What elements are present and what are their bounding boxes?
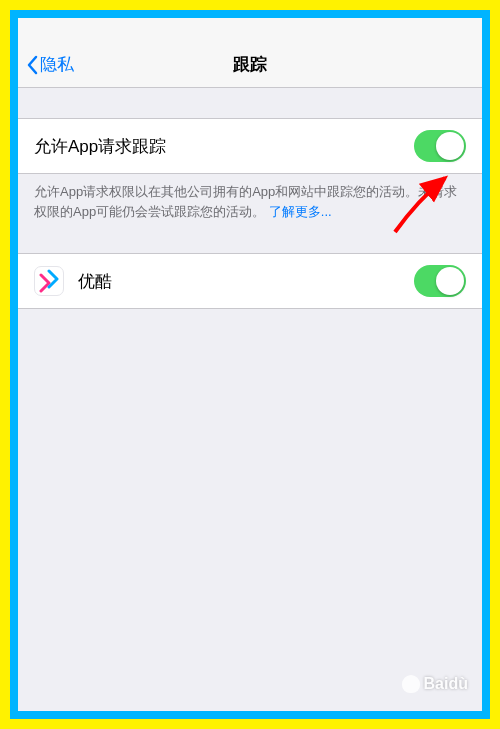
- footer-body: 允许App请求权限以在其他公司拥有的App和网站中跟踪您的活动。未请求权限的Ap…: [34, 184, 457, 219]
- status-bar: [18, 18, 482, 42]
- nav-bar: 隐私 跟踪: [18, 42, 482, 88]
- app-name: 优酷: [78, 270, 112, 293]
- watermark: Baidù: [402, 675, 468, 693]
- allow-tracking-cell: 允许App请求跟踪: [18, 118, 482, 174]
- phone-screen: 隐私 跟踪 允许App请求跟踪 允许App请求权限以在其他公司拥有的App和网站…: [18, 18, 482, 711]
- footer-text: 允许App请求权限以在其他公司拥有的App和网站中跟踪您的活动。未请求权限的Ap…: [18, 174, 482, 229]
- app-cell: 优酷: [18, 253, 482, 309]
- back-label: 隐私: [40, 53, 74, 76]
- allow-tracking-label: 允许App请求跟踪: [34, 135, 166, 158]
- page-title: 跟踪: [18, 53, 482, 76]
- allow-tracking-toggle[interactable]: [414, 130, 466, 162]
- paw-icon: [402, 675, 420, 693]
- watermark-text: Baidù: [424, 675, 468, 693]
- youku-app-icon: [34, 266, 64, 296]
- app-tracking-toggle[interactable]: [414, 265, 466, 297]
- chevron-left-icon: [26, 55, 38, 75]
- learn-more-link[interactable]: 了解更多...: [269, 204, 332, 219]
- toggle-knob-icon: [436, 267, 464, 295]
- back-button[interactable]: 隐私: [18, 53, 74, 76]
- toggle-knob-icon: [436, 132, 464, 160]
